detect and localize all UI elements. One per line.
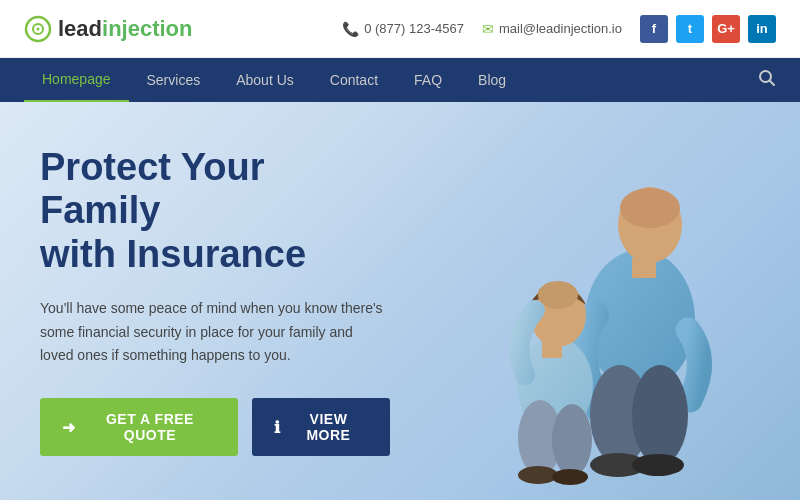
hero-image [380,120,760,500]
top-bar: leadinjection 📞 0 (877) 123-4567 ✉ mail@… [0,0,800,58]
logo-icon [24,15,52,43]
social-icons: f t G+ in [640,15,776,43]
email-icon: ✉ [482,21,494,37]
nav-links: Homepage Services About Us Contact FAQ B… [24,58,758,102]
twitter-icon[interactable]: t [676,15,704,43]
svg-rect-8 [632,258,656,278]
nav-about[interactable]: About Us [218,58,312,102]
svg-point-19 [552,469,588,485]
get-quote-button[interactable]: ➜ GET A FREE QUOTE [40,398,238,456]
search-icon[interactable] [758,69,776,91]
hero-buttons: ➜ GET A FREE QUOTE ℹ VIEW MORE [40,398,390,456]
svg-point-18 [518,466,558,484]
facebook-icon[interactable]: f [640,15,668,43]
nav-contact[interactable]: Contact [312,58,396,102]
nav-bar: Homepage Services About Us Contact FAQ B… [0,58,800,102]
arrow-icon: ➜ [62,418,76,437]
logo-injection: injection [102,16,192,41]
nav-blog[interactable]: Blog [460,58,524,102]
nav-homepage[interactable]: Homepage [24,58,129,102]
svg-point-7 [620,188,680,228]
hero-title: Protect Your Familywith Insurance [40,146,390,277]
svg-line-4 [770,81,775,86]
svg-point-17 [552,404,592,476]
nav-faq[interactable]: FAQ [396,58,460,102]
phone-number: 0 (877) 123-4567 [364,21,464,36]
email-info: ✉ mail@leadinjection.io [482,21,622,37]
hero-content: Protect Your Familywith Insurance You'll… [0,106,430,496]
svg-rect-15 [542,342,562,358]
info-icon: ℹ [274,418,281,437]
logo-text: leadinjection [58,16,192,42]
phone-icon: 📞 [342,21,359,37]
svg-point-20 [538,281,578,309]
svg-point-12 [632,454,684,476]
email-address: mail@leadinjection.io [499,21,622,36]
hero-section: Protect Your Familywith Insurance You'll… [0,102,800,500]
linkedin-icon[interactable]: in [748,15,776,43]
svg-point-2 [37,27,40,30]
nav-services[interactable]: Services [129,58,219,102]
more-button-label: VIEW MORE [289,411,368,443]
svg-point-10 [632,365,688,465]
quote-button-label: GET A FREE QUOTE [84,411,217,443]
phone-info: 📞 0 (877) 123-4567 [342,21,464,37]
google-plus-icon[interactable]: G+ [712,15,740,43]
hero-subtitle: You'll have some peace of mind when you … [40,297,390,368]
logo: leadinjection [24,15,192,43]
top-contact: 📞 0 (877) 123-4567 ✉ mail@leadinjection.… [342,15,776,43]
logo-lead: lead [58,16,102,41]
view-more-button[interactable]: ℹ VIEW MORE [252,398,390,456]
